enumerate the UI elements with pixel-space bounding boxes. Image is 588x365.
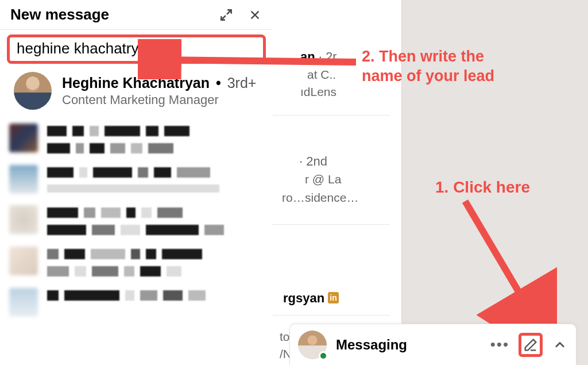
more-options-icon[interactable]: •••: [490, 336, 509, 354]
new-message-composer: New message Heghine Khachatryan: [0, 0, 273, 365]
annotation-step-1: 1. Click here: [435, 178, 530, 197]
list-item: [6, 282, 267, 322]
annotation-step-2: 2. Then write the name of your lead: [362, 47, 511, 86]
linkedin-badge-icon: in: [328, 292, 338, 303]
compose-icon[interactable]: [523, 337, 539, 353]
avatar: [14, 72, 52, 110]
search-box-highlight: [7, 34, 266, 64]
recipient-search-input[interactable]: [17, 40, 256, 57]
composer-header-icons: [219, 7, 262, 22]
list-item: [6, 199, 267, 241]
composer-title: New message: [10, 6, 109, 24]
blurred-suggestions: [0, 118, 273, 322]
close-icon[interactable]: [247, 7, 262, 22]
connection-degree: 3rd+: [227, 75, 257, 91]
suggestion-text: Heghine Khachatryan • 3rd+ Content Marke…: [62, 75, 256, 107]
suggestion-subtitle: Content Marketing Manager: [62, 93, 256, 107]
expand-icon[interactable]: [219, 7, 234, 22]
chevron-up-icon[interactable]: [552, 337, 568, 353]
arrow-to-compose: [454, 195, 557, 328]
list-item: [6, 241, 267, 282]
list-item: [6, 118, 267, 159]
svg-line-1: [465, 201, 528, 308]
dock-title: Messaging: [336, 337, 481, 353]
compose-button-highlight: [519, 333, 543, 357]
avatar[interactable]: [298, 331, 327, 359]
list-item: [6, 159, 267, 199]
composer-header: New message: [0, 0, 273, 30]
separator-dot: •: [216, 75, 221, 91]
search-area: [0, 30, 273, 66]
presence-indicator-icon: [319, 351, 328, 360]
suggestion-row[interactable]: Heghine Khachatryan • 3rd+ Content Marke…: [0, 66, 273, 118]
suggestion-name: Heghine Khachatryan: [62, 75, 210, 91]
messaging-dock[interactable]: Messaging •••: [289, 324, 577, 365]
